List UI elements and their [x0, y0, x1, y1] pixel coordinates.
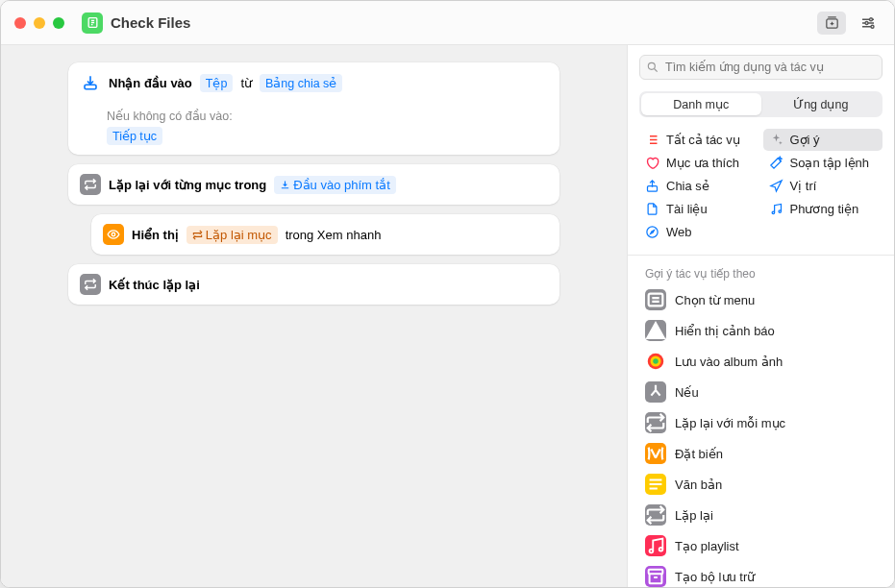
action-label: Nhận đầu vào	[109, 76, 192, 90]
action-label: Kết thúc lặp lại	[109, 278, 200, 292]
repeat-icon	[80, 174, 101, 195]
svg-point-7	[871, 25, 874, 28]
category-label: Tài liệu	[666, 202, 708, 216]
var-icon	[645, 443, 666, 464]
suggestion-label: Lặp lại	[675, 508, 713, 523]
suggestion-label: Lưu vào album ảnh	[675, 355, 783, 369]
token-text: Đầu vào phím tắt	[293, 178, 390, 192]
search-field[interactable]	[639, 55, 883, 80]
suggestion-label: Nếu	[675, 385, 699, 400]
repeat-icon	[80, 274, 101, 295]
archive-icon	[645, 566, 666, 587]
category-label: Mục ưa thích	[666, 156, 739, 170]
shortcut-icon	[82, 12, 103, 34]
category-label: Gợi ý	[790, 133, 820, 147]
photo-icon	[645, 351, 666, 372]
suggestion-list: Chọn từ menuHiển thị cảnh báoLưu vào alb…	[628, 284, 894, 587]
action-label: Lặp lại với từng mục trong	[109, 178, 266, 192]
input-type-token[interactable]: Tệp	[200, 74, 234, 92]
action-receive-input[interactable]: Nhận đầu vào Tệp từ Bảng chia sẻ Nếu khô…	[68, 62, 559, 155]
music-icon	[645, 535, 666, 556]
search-icon	[646, 61, 659, 74]
branch-icon	[645, 381, 666, 403]
search-input[interactable]	[639, 55, 883, 80]
text-icon	[645, 474, 666, 495]
settings-button[interactable]	[854, 12, 883, 35]
close-button[interactable]	[14, 17, 26, 29]
category-label: Vị trí	[790, 179, 817, 193]
app-window: Check Files Nhận đầu vào Tệp từ Bảng chi…	[0, 0, 895, 588]
alert-icon	[645, 320, 666, 341]
category-grid: Tất cả tác vụGợi ýMục ưa thíchSoạn tập l…	[628, 127, 894, 251]
eye-icon	[103, 224, 124, 245]
segment-control[interactable]: Danh mục Ứng dụng	[639, 91, 883, 117]
suggestion-branch[interactable]: Nếu	[635, 377, 886, 407]
suggestion-label: Văn bản	[675, 478, 722, 492]
minimize-button[interactable]	[34, 17, 45, 29]
svg-point-5	[870, 17, 873, 20]
suggestion-label: Lặp lại với mỗi mục	[675, 416, 785, 430]
category-safari[interactable]: Web	[639, 221, 759, 243]
suggestion-var[interactable]: Đặt biến	[635, 438, 886, 469]
svg-point-11	[779, 210, 782, 213]
seg-apps[interactable]: Ứng dụng	[761, 93, 882, 115]
library-sidebar: Danh mục Ứng dụng Tất cả tác vụGợi ýMục …	[627, 45, 894, 587]
seg-categories[interactable]: Danh mục	[641, 93, 761, 115]
category-wand[interactable]: Soạn tập lệnh	[763, 152, 883, 174]
category-label: Soạn tập lệnh	[790, 156, 870, 170]
category-sparkle[interactable]: Gợi ý	[763, 129, 883, 151]
zoom-button[interactable]	[53, 17, 64, 29]
svg-point-17	[650, 550, 654, 553]
window-controls	[14, 17, 64, 29]
svg-point-3	[112, 233, 115, 236]
svg-rect-19	[649, 570, 663, 575]
action-text: trong Xem nhanh	[286, 228, 382, 242]
library-button[interactable]	[817, 12, 846, 35]
workflow-canvas[interactable]: Nhận đầu vào Tệp từ Bảng chia sẻ Nếu khô…	[1, 45, 627, 587]
suggestion-label: Tạo playlist	[675, 539, 739, 553]
suggestion-label: Đặt biến	[675, 447, 723, 461]
category-music[interactable]: Phương tiện	[763, 198, 883, 220]
repeat-item-token[interactable]: Lặp lại mục	[186, 226, 278, 244]
fallback-token[interactable]: Tiếp tục	[107, 127, 162, 145]
action-show[interactable]: Hiển thị Lặp lại mục trong Xem nhanh	[91, 214, 559, 255]
input-source-token[interactable]: Bảng chia sẻ	[260, 74, 342, 92]
sidebar-toolbar	[628, 1, 894, 45]
suggestion-text[interactable]: Văn bản	[635, 469, 886, 500]
body: Nhận đầu vào Tệp từ Bảng chia sẻ Nếu khô…	[1, 45, 894, 587]
action-text: từ	[240, 76, 252, 90]
suggestions-header: Gợi ý tác vụ tiếp theo	[628, 259, 894, 284]
action-label: Hiển thị	[132, 228, 179, 242]
suggestion-repeat[interactable]: Lặp lại	[635, 500, 886, 530]
suggestion-music[interactable]: Tạo playlist	[635, 530, 886, 561]
repeat-icon	[645, 412, 666, 433]
menu-icon	[645, 289, 666, 310]
category-list[interactable]: Tất cả tác vụ	[639, 129, 759, 151]
suggestion-archive[interactable]: Tạo bộ lưu trữ	[635, 561, 886, 587]
category-label: Web	[666, 225, 692, 239]
action-end-repeat[interactable]: Kết thúc lặp lại	[68, 264, 559, 305]
repeat-icon	[645, 504, 666, 526]
category-doc[interactable]: Tài liệu	[639, 198, 759, 220]
svg-point-12	[647, 227, 658, 237]
category-label: Phương tiện	[790, 202, 859, 216]
repeat-input-token[interactable]: Đầu vào phím tắt	[274, 176, 396, 194]
separator	[628, 255, 894, 256]
svg-point-10	[772, 211, 775, 214]
svg-point-6	[865, 21, 868, 24]
suggestion-repeat[interactable]: Lặp lại với mỗi mục	[635, 407, 886, 438]
category-nav[interactable]: Vị trí	[763, 175, 883, 197]
suggestion-label: Hiển thị cảnh báo	[675, 324, 775, 338]
suggestion-photo[interactable]: Lưu vào album ảnh	[635, 346, 886, 377]
category-label: Tất cả tác vụ	[666, 133, 740, 147]
category-heart[interactable]: Mục ưa thích	[639, 152, 759, 174]
category-share[interactable]: Chia sẻ	[639, 175, 759, 197]
suggestion-label: Tạo bộ lưu trữ	[675, 570, 755, 584]
action-repeat[interactable]: Lặp lại với từng mục trong Đầu vào phím …	[68, 164, 559, 205]
suggestion-menu[interactable]: Chọn từ menu	[635, 284, 886, 315]
svg-rect-2	[85, 85, 96, 89]
svg-point-8	[648, 62, 655, 69]
suggestion-alert[interactable]: Hiển thị cảnh báo	[635, 315, 886, 346]
category-label: Chia sẻ	[666, 179, 709, 193]
svg-point-18	[659, 548, 663, 551]
